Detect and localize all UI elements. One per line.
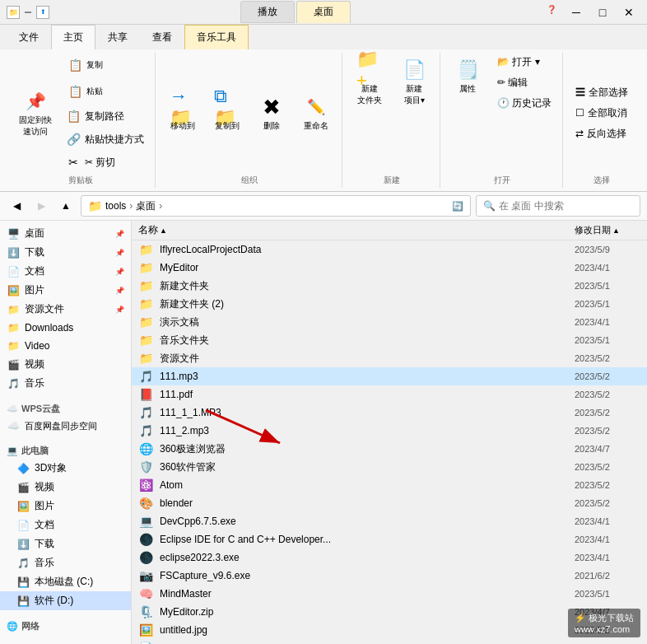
file-icon: 📁 [138, 315, 153, 329]
move-to-button[interactable]: →📁 移动到 [164, 90, 202, 136]
sidebar-item-video[interactable]: 🎬 视频 [0, 355, 131, 374]
ribbon-group-organize: →📁 移动到 ⧉📁 复制到 ✖ 删除 ✏️ 重命名 组织 [157, 53, 342, 188]
file-row[interactable]: 📁演示文稿2023/4/1 [132, 313, 647, 331]
sidebar-item-music-pc[interactable]: 🎵 音乐 [0, 553, 131, 572]
file-row[interactable]: 🎵111_1_1.MP32023/5/2 [132, 404, 647, 422]
rename-button[interactable]: ✏️ 重命名 [297, 90, 335, 136]
file-row[interactable]: 🛡️360软件管家2023/5/2 [132, 458, 647, 476]
file-name: 111_1_1.MP3 [160, 407, 568, 418]
file-icon: 📷 [138, 568, 153, 583]
ribbon-tab-file[interactable]: 文件 [7, 25, 51, 49]
paste-button[interactable]: 📋 粘贴 [61, 79, 148, 104]
sidebar-item-local-c[interactable]: 💾 本地磁盘 (C:) [0, 572, 131, 591]
search-input[interactable] [499, 200, 633, 212]
sidebar-section-wps[interactable]: ☁️ WPS云盘 [0, 398, 131, 417]
cut-button[interactable]: ✂ ✂ 剪切 [61, 152, 148, 173]
file-row[interactable]: 💻DevCpp6.7.5.exe2023/4/1 [132, 512, 647, 530]
ribbon-tab-music-tools[interactable]: 音乐工具 [184, 25, 249, 49]
file-row[interactable]: 📁资源文件2023/5/2 [132, 349, 647, 367]
delete-button[interactable]: ✖ 删除 [253, 90, 291, 136]
file-row[interactable]: 🌑Eclipse IDE for C and C++ Developer...2… [132, 530, 647, 548]
select-all-button[interactable]: ☰ 全部选择 [571, 83, 631, 102]
ribbon-tab-share[interactable]: 共享 [95, 25, 140, 49]
file-row[interactable]: 🎵111_2.mp32023/5/2 [132, 422, 647, 440]
history-button[interactable]: 🕐 历史记录 [493, 94, 556, 113]
sidebar-section-this-pc[interactable]: 💻 此电脑 [0, 440, 131, 459]
file-row[interactable]: 🌐360极速浏览器2023/4/7 [132, 440, 647, 458]
3d-icon: 🔷 [16, 462, 30, 475]
sidebar-item-pictures-quick[interactable]: 🖼️ 图片 📌 [0, 281, 131, 300]
path-segment-tools[interactable]: tools [105, 200, 126, 212]
file-row[interactable]: 📄untitled.x3d2023/5/2 [132, 639, 647, 644]
file-row[interactable]: 📁MyEditor2023/4/1 [132, 259, 647, 277]
file-date: 2023/5/2 [575, 480, 640, 490]
ribbon-tab-home[interactable]: 主页 [51, 25, 95, 49]
sidebar-item-pictures-pc[interactable]: 🖼️ 图片 [0, 497, 131, 516]
file-name: untitled.jpg [160, 624, 568, 636]
copy-to-button[interactable]: ⧉📁 复制到 [208, 90, 246, 136]
file-row[interactable]: 🧠MindMaster2023/5/1 [132, 585, 647, 603]
open-label: 打开 [494, 173, 510, 188]
file-row[interactable]: 📁IflyrecLocalProjectData2023/5/9 [132, 240, 647, 259]
search-box[interactable]: 🔍 [476, 195, 640, 217]
tab-desktop[interactable]: 桌面 [296, 1, 351, 23]
path-segment-desktop[interactable]: 桌面 [136, 199, 156, 213]
maximize-button[interactable]: □ [591, 3, 614, 21]
edit-button[interactable]: ✏ 编辑 [493, 73, 556, 92]
quick-access-icon[interactable]: ⬆ [36, 6, 49, 19]
pin-to-quick-access-button[interactable]: 📌 固定到快速访问 [13, 84, 58, 142]
forward-button[interactable]: ▶ [31, 196, 51, 216]
title-bar: 📁 ⬆ 播放 桌面 ❓ ─ □ ✕ [0, 0, 647, 25]
move-to-label: 移动到 [170, 120, 195, 132]
file-row[interactable]: 🌑eclipse2022.3.exe2023/4/1 [132, 548, 647, 567]
sidebar-item-software-d[interactable]: 💾 软件 (D:) [0, 591, 131, 610]
refresh-icon[interactable]: 🔄 [452, 201, 463, 212]
sidebar-item-3d[interactable]: 🔷 3D对象 [0, 459, 131, 478]
sidebar-item-desktop[interactable]: 🖥️ 桌面 📌 [0, 224, 131, 243]
copy-path-button[interactable]: 📋 复制路径 [61, 105, 148, 127]
sidebar-item-resources[interactable]: 📁 资源文件 📌 [0, 300, 131, 319]
new-item-button[interactable]: 📄 新建项目▾ [395, 53, 433, 110]
ribbon-tab-bar: 文件 主页 共享 查看 音乐工具 [0, 25, 647, 49]
ribbon-group-new: 📁+ 新建文件夹 📄 新建项目▾ 新建 [344, 53, 440, 188]
column-name[interactable]: 名称 ▲ [138, 223, 575, 237]
paste-shortcut-button[interactable]: 🔗 粘贴快捷方式 [61, 128, 148, 150]
back-button[interactable]: ◀ [7, 196, 26, 216]
sidebar-item-video-folder[interactable]: 📁 Video [0, 337, 131, 355]
sidebar-item-music[interactable]: 🎵 音乐 [0, 374, 131, 393]
new-folder-button[interactable]: 📁+ 新建文件夹 [351, 53, 389, 110]
sidebar-item-docs-pc[interactable]: 📄 文档 [0, 516, 131, 534]
file-row[interactable]: 📁新建文件夹 (2)2023/5/1 [132, 295, 647, 313]
copy-button[interactable]: 📋 复制 [61, 53, 148, 77]
invert-selection-button[interactable]: ⇄ 反向选择 [571, 124, 631, 143]
deselect-all-button[interactable]: ☐ 全部取消 [571, 104, 631, 123]
sort-asc-icon: ▲ [160, 226, 167, 235]
sidebar-item-downloads-folder[interactable]: 📁 Downloads [0, 319, 131, 337]
column-date[interactable]: 修改日期 ▲ [575, 224, 640, 236]
file-row[interactable]: 🎵111.mp32023/5/2 [132, 367, 647, 385]
address-path[interactable]: 📁 tools › 桌面 › 🔄 [81, 195, 471, 217]
file-row[interactable]: 📁新建文件夹2023/5/1 [132, 277, 647, 295]
file-row[interactable]: 📕111.pdf2023/5/2 [132, 385, 647, 404]
new-item-label: 新建项目▾ [404, 83, 425, 106]
sidebar-item-video-pc[interactable]: 🎬 视频 [0, 478, 131, 497]
sidebar-downloads-label: 下载 [25, 245, 44, 259]
tab-play[interactable]: 播放 [240, 1, 295, 23]
minimize-button[interactable]: ─ [565, 3, 588, 21]
file-row[interactable]: 📷FSCapture_v9.6.exe2021/6/2 [132, 567, 647, 585]
up-button[interactable]: ▲ [56, 196, 76, 216]
file-row[interactable]: 🎨blender2023/5/2 [132, 494, 647, 512]
sidebar-item-baidu[interactable]: ☁️ 百度网盘同步空间 [0, 417, 131, 435]
help-icon[interactable]: ❓ [542, 3, 561, 21]
open-button[interactable]: 📂 打开 ▾ [493, 53, 556, 72]
file-row[interactable]: ⚛️Atom2023/5/2 [132, 476, 647, 494]
sidebar-item-downloads-pc[interactable]: ⬇️ 下载 [0, 534, 131, 553]
ribbon-tab-view[interactable]: 查看 [140, 25, 184, 49]
sidebar-item-downloads-quick[interactable]: ⬇️ 下载 📌 [0, 243, 131, 262]
sidebar-item-docs-quick[interactable]: 📄 文档 📌 [0, 262, 131, 281]
video-icon: 🎬 [7, 358, 20, 371]
properties-button[interactable]: 🗒️ 属性 [449, 53, 486, 99]
file-row[interactable]: 📁音乐文件夹2023/5/1 [132, 331, 647, 349]
sidebar-section-network[interactable]: 🌐 网络 [0, 615, 131, 634]
close-button[interactable]: ✕ [617, 3, 640, 21]
